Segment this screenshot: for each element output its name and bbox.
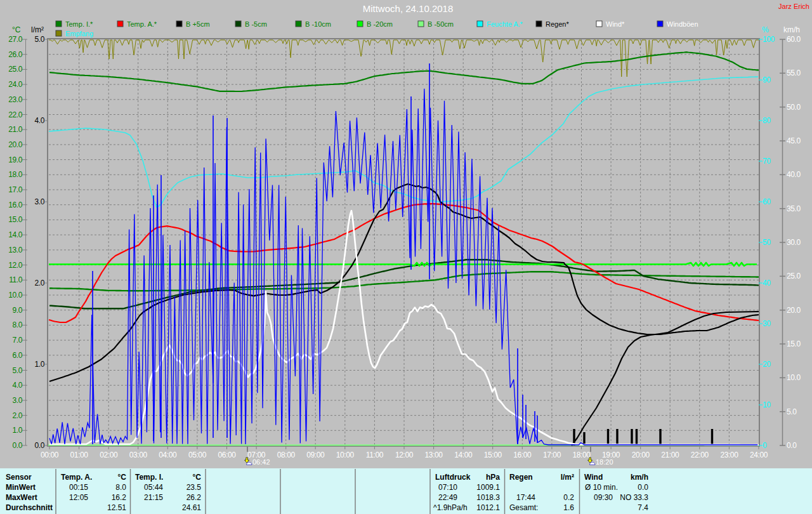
svg-text:16.2: 16.2 — [112, 493, 127, 502]
svg-text:0.0: 0.0 — [638, 483, 648, 492]
svg-text:km/h: km/h — [631, 473, 648, 482]
svg-text:16:00: 16:00 — [513, 451, 532, 459]
svg-text:17:44: 17:44 — [516, 493, 535, 502]
svg-text:30: 30 — [763, 319, 771, 328]
svg-text:00:00: 00:00 — [41, 451, 59, 459]
svg-text:11.0: 11.0 — [9, 275, 23, 284]
svg-text:1009.1: 1009.1 — [476, 483, 500, 492]
svg-text:Temp. I.: Temp. I. — [135, 473, 163, 482]
svg-text:°C: °C — [193, 473, 202, 482]
svg-text:5.0: 5.0 — [787, 407, 797, 416]
svg-text:Temp. A.*: Temp. A.* — [127, 20, 157, 28]
svg-text:17:00: 17:00 — [543, 451, 561, 459]
svg-text:23.5: 23.5 — [187, 483, 202, 492]
svg-text:14:00: 14:00 — [454, 451, 473, 459]
svg-text:01:00: 01:00 — [70, 451, 89, 459]
svg-text:06:00: 06:00 — [218, 451, 236, 459]
svg-text:11:00: 11:00 — [366, 451, 384, 459]
svg-text:8.0: 8.0 — [13, 320, 23, 329]
svg-text:40: 40 — [763, 279, 771, 287]
svg-text:3.0: 3.0 — [13, 396, 23, 405]
svg-text:0.0: 0.0 — [13, 441, 23, 450]
svg-text:17.0: 17.0 — [8, 185, 22, 194]
svg-text:1.0: 1.0 — [35, 360, 45, 369]
svg-text:9.0: 9.0 — [13, 306, 23, 315]
svg-text:19.0: 19.0 — [8, 155, 22, 164]
svg-text:20:00: 20:00 — [632, 451, 650, 459]
svg-text:60.0: 60.0 — [787, 35, 801, 44]
svg-text:16.0: 16.0 — [8, 201, 22, 209]
svg-text:22.0: 22.0 — [8, 110, 22, 119]
svg-text:B -50cm: B -50cm — [428, 20, 454, 28]
svg-text:1.6: 1.6 — [563, 503, 574, 512]
svg-text:00:15: 00:15 — [69, 483, 88, 492]
svg-text:18:00: 18:00 — [572, 451, 591, 459]
svg-text:B +5cm: B +5cm — [186, 20, 210, 28]
svg-text:4.0: 4.0 — [35, 116, 45, 125]
svg-text:l/m²: l/m² — [561, 473, 574, 482]
svg-text:20: 20 — [763, 360, 771, 369]
svg-text:1012.1: 1012.1 — [476, 503, 500, 512]
svg-text:4.0: 4.0 — [13, 381, 23, 390]
svg-text:21.0: 21.0 — [8, 125, 22, 134]
svg-text:Durchschnitt: Durchschnitt — [6, 503, 53, 512]
svg-text:NO 33.3: NO 33.3 — [620, 493, 648, 502]
svg-text:90: 90 — [763, 76, 771, 84]
svg-text:Luftdruck: Luftdruck — [435, 473, 471, 482]
svg-text:26.2: 26.2 — [187, 493, 202, 502]
svg-text:km/h: km/h — [783, 25, 800, 34]
svg-text:5.0: 5.0 — [13, 366, 23, 375]
svg-text:14.0: 14.0 — [8, 230, 22, 239]
svg-text:26.0: 26.0 — [8, 50, 22, 59]
svg-text:Temp. A.: Temp. A. — [61, 473, 92, 482]
svg-text:27.0: 27.0 — [8, 35, 22, 44]
svg-text:30.0: 30.0 — [787, 238, 801, 247]
svg-text:80: 80 — [763, 116, 771, 125]
svg-text:10.0: 10.0 — [8, 291, 22, 300]
svg-text:^1.9hPa/h: ^1.9hPa/h — [433, 503, 468, 512]
svg-text:0: 0 — [763, 441, 767, 450]
svg-text:22:49: 22:49 — [438, 493, 457, 502]
svg-text:Gesamt:: Gesamt: — [509, 503, 538, 512]
svg-text:24.61: 24.61 — [182, 503, 201, 512]
svg-text:°C: °C — [118, 473, 127, 482]
svg-text:Sensor: Sensor — [6, 473, 32, 482]
svg-text:2.0: 2.0 — [13, 411, 23, 420]
svg-text:1018.3: 1018.3 — [476, 493, 500, 502]
svg-text:05:00: 05:00 — [188, 451, 207, 459]
svg-text:10:00: 10:00 — [336, 451, 355, 459]
svg-text:MinWert: MinWert — [6, 483, 36, 492]
svg-text:50: 50 — [763, 238, 771, 247]
svg-text:13.0: 13.0 — [8, 246, 22, 254]
svg-text:8.0: 8.0 — [115, 483, 126, 492]
svg-text:Wind*: Wind* — [606, 20, 625, 28]
svg-text:Ø 10 min.: Ø 10 min. — [585, 483, 618, 492]
svg-text:10.0: 10.0 — [787, 373, 801, 382]
svg-text:15:00: 15:00 — [484, 451, 502, 459]
svg-text:Empfang: Empfang — [65, 30, 93, 37]
svg-text:07:10: 07:10 — [438, 483, 457, 492]
svg-text:21:15: 21:15 — [144, 493, 163, 502]
svg-text:100: 100 — [763, 35, 775, 44]
svg-text:5.0: 5.0 — [35, 35, 45, 44]
svg-text:B -10cm: B -10cm — [305, 20, 331, 28]
svg-text:1.0: 1.0 — [13, 426, 23, 435]
svg-text:25.0: 25.0 — [787, 272, 801, 280]
svg-text:0.0: 0.0 — [35, 441, 45, 450]
svg-text:13:00: 13:00 — [425, 451, 443, 459]
svg-text:08:00: 08:00 — [277, 451, 296, 459]
svg-text:Jarz Erich: Jarz Erich — [778, 3, 809, 10]
svg-text:10: 10 — [763, 400, 771, 409]
svg-text:20.0: 20.0 — [787, 306, 801, 315]
svg-text:0.0: 0.0 — [787, 441, 797, 450]
svg-text:35.0: 35.0 — [787, 204, 801, 213]
svg-text:24.0: 24.0 — [8, 80, 22, 89]
svg-text:Wind: Wind — [584, 473, 603, 482]
svg-text:09:30: 09:30 — [594, 493, 613, 502]
svg-text:23.0: 23.0 — [8, 95, 22, 104]
svg-text:12:05: 12:05 — [69, 493, 88, 502]
svg-text:Regen*: Regen* — [546, 20, 569, 28]
svg-text:12.51: 12.51 — [107, 503, 126, 512]
svg-text:2.0: 2.0 — [35, 279, 45, 287]
svg-text:20.0: 20.0 — [8, 140, 22, 149]
